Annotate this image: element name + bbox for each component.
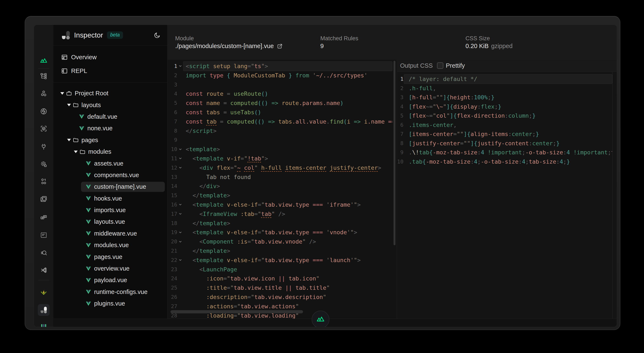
vue-file-icon — [78, 125, 85, 132]
prettify-label[interactable]: Prettify — [446, 62, 465, 69]
code-line: 14 </div> — [168, 182, 397, 191]
tree-item-custom-[name].vue[interactable]: custom-[name].vue — [54, 181, 167, 193]
sidebar-tab-modules-icon[interactable] — [38, 158, 50, 170]
sidebar-tab-nuxt-logo[interactable] — [38, 54, 50, 66]
code-line: 2import type { ModuleCustomTab } from '~… — [168, 71, 397, 80]
tree-item-runtime-configs.vue[interactable]: runtime-configs.vue — [54, 286, 167, 298]
sidebar-tab-vscode-icon[interactable] — [38, 264, 50, 276]
fold-chevron-icon[interactable] — [177, 212, 183, 216]
vue-file-icon — [85, 277, 92, 283]
tree-item-components.vue[interactable]: components.vue — [54, 169, 167, 181]
folder-icon — [79, 149, 86, 155]
line-number: 8 — [397, 139, 404, 148]
tree-item-label: layouts — [82, 102, 101, 109]
fold-chevron-icon[interactable] — [177, 240, 183, 243]
line-number: 23 — [168, 265, 177, 274]
prettify-checkbox[interactable] — [437, 62, 443, 69]
caret-down-icon[interactable] — [74, 151, 79, 153]
nav-item-repl[interactable]: REPL — [54, 65, 167, 77]
fold-chevron-icon[interactable] — [177, 231, 183, 234]
tree-item-none.vue[interactable]: none.vue — [54, 122, 167, 134]
sidebar-tab-plugins-icon[interactable] — [38, 141, 50, 153]
line-number: 6 — [168, 108, 177, 117]
tree-item-label: Project Root — [75, 90, 108, 97]
tree-item-layouts[interactable]: layouts — [54, 99, 167, 111]
tree-item-hooks.vue[interactable]: hooks.vue — [54, 193, 167, 204]
fold-chevron-icon[interactable] — [177, 166, 183, 169]
fold-chevron-icon[interactable] — [177, 203, 183, 206]
line-number: 17 — [168, 209, 177, 219]
sidebar-tab-server-routes-icon[interactable] — [38, 105, 50, 117]
sidebar-divider — [38, 280, 49, 280]
line-number: 1 — [168, 61, 177, 71]
vue-file-icon — [85, 301, 92, 307]
sidebar-tab-assets-icon[interactable] — [38, 193, 50, 205]
vue-file-icon — [85, 219, 92, 225]
tree-item-layouts.vue[interactable]: layouts.vue — [54, 216, 167, 228]
sidebar-tab-unocss-icon[interactable] — [38, 304, 50, 316]
theme-toggle-button[interactable] — [152, 30, 162, 40]
line-number: 3 — [397, 93, 404, 102]
sidebar-tab-pages-icon[interactable] — [38, 70, 50, 82]
fold-chevron-icon[interactable] — [177, 64, 183, 68]
code-line: 8</script> — [168, 126, 397, 136]
tree-item-pages.vue[interactable]: pages.vue — [54, 251, 167, 263]
output-css-code[interactable]: 1/* layer: default */2.h-full,3[h-full="… — [397, 72, 612, 319]
editor-horizontal-scrollbar[interactable] — [170, 310, 303, 313]
caret-down-icon[interactable] — [67, 104, 72, 106]
tree-item-middleware.vue[interactable]: middleware.vue — [54, 228, 167, 239]
vue-file-icon — [85, 230, 92, 237]
tree-item-payload.vue[interactable]: payload.vue — [54, 274, 167, 286]
fold-chevron-icon[interactable] — [177, 259, 183, 262]
sidebar-tab-imports-icon[interactable] — [38, 123, 50, 135]
nuxt-devtools-fab[interactable] — [312, 311, 330, 327]
root-icon — [66, 90, 72, 97]
sidebar-tab-virtual-files-icon[interactable] — [38, 247, 50, 259]
sidebar-tab-runtime-configs-icon[interactable] — [38, 175, 50, 187]
line-number: 15 — [168, 191, 177, 200]
tree-item-label: default.vue — [87, 113, 117, 120]
line-number: 26 — [168, 293, 177, 302]
sidebar-tab-open-graph-icon[interactable] — [38, 229, 50, 241]
tree-item-pages[interactable]: pages — [54, 134, 167, 146]
tree-item-label: pages — [82, 137, 98, 144]
code-line: 4[flex~="\~"]{display:flex;} — [397, 102, 612, 111]
nav-item-overview[interactable]: Overview — [54, 51, 167, 63]
fold-chevron-icon[interactable] — [177, 148, 183, 151]
line-number: 14 — [168, 182, 177, 191]
code-line: 21 </template> — [168, 246, 397, 256]
code-line: 2.h-full, — [397, 84, 612, 93]
code-line: 16 <template v-else-if="tab.view.type ==… — [168, 200, 397, 209]
tree-item-assets.vue[interactable]: assets.vue — [54, 158, 167, 169]
tree-item-overview.vue[interactable]: overview.vue — [54, 263, 167, 274]
line-number: 25 — [168, 283, 177, 293]
source-code-editor[interactable]: 1<script setup lang="ts">2import type { … — [168, 60, 397, 319]
code-line: 10<template> — [168, 145, 397, 154]
line-number: 4 — [397, 102, 404, 111]
tree-item-default.vue[interactable]: default.vue — [54, 111, 167, 122]
tree-item-modules.vue[interactable]: modules.vue — [54, 239, 167, 251]
tree-item-imports.vue[interactable]: imports.vue — [54, 204, 167, 216]
line-number: 2 — [168, 71, 177, 80]
line-number: 24 — [168, 274, 177, 283]
matched-rules-label: Matched Rules — [320, 35, 358, 42]
tree-item-label: modules — [88, 148, 112, 155]
fold-chevron-icon[interactable] — [177, 157, 183, 160]
tree-item-project-root[interactable]: Project Root — [54, 87, 167, 99]
caret-down-icon[interactable] — [60, 92, 66, 95]
tree-item-plugins.vue[interactable]: plugins.vue — [54, 298, 167, 309]
line-number: 9 — [168, 135, 177, 145]
sidebar-tab-vite-icon[interactable] — [38, 286, 50, 298]
editor-vertical-scrollbar[interactable] — [394, 61, 396, 245]
code-line: 19 <template v-else-if="tab.view.type ==… — [168, 228, 397, 237]
devtools-icon-sidebar — [34, 25, 54, 327]
sidebar-tab-vueuse-icon[interactable] — [38, 321, 50, 327]
module-label: Module — [175, 35, 194, 42]
sidebar-tab-payload-icon[interactable] — [38, 211, 50, 223]
tree-item-modules[interactable]: modules — [54, 146, 167, 158]
matched-rules-value: 9 — [320, 43, 324, 49]
sidebar-tab-components-icon[interactable] — [38, 88, 50, 100]
caret-down-icon[interactable] — [67, 139, 72, 141]
external-link-icon[interactable] — [277, 43, 283, 49]
vue-file-icon — [85, 266, 92, 272]
